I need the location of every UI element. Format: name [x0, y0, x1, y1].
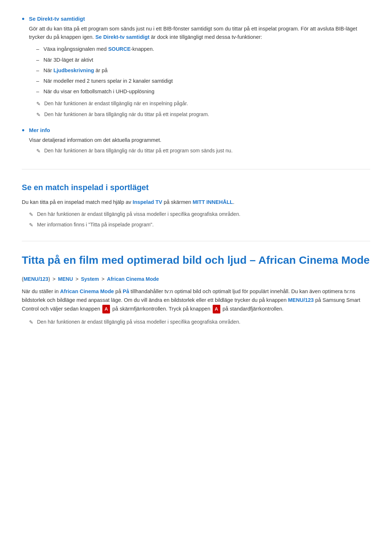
pencil-note-1: ✎ Den här funktionen är endast tillgängl… — [36, 99, 370, 108]
nav-menu123: MENU/123 — [24, 276, 48, 282]
dash-item-5: – När du visar en fotbollsmatch i UHD-up… — [36, 87, 370, 96]
bullet-body-direkt-tv: Gör att du kan titta på ett program som … — [29, 25, 370, 41]
dash-icon-2: – — [36, 56, 39, 64]
dash-text-4: När modeller med 2 tuners spelar in 2 ka… — [44, 77, 173, 85]
pencil-text-1: Den här funktionen är endast tillgänglig… — [44, 99, 188, 107]
nav-african-cinema-mode: African Cinema Mode — [107, 276, 159, 282]
pencil-icon-1: ✎ — [36, 100, 41, 108]
inspelad-tv-bold: Inspelad TV — [132, 199, 162, 205]
nav-breadcrumb: (MENU/123) > MENU > System > African Cin… — [22, 275, 370, 283]
bullet-title-direkt-tv: Se Direkt-tv samtidigt — [29, 16, 85, 22]
direkt-tv-inline-bold: Se Direkt-tv samtidigt — [95, 34, 150, 40]
dash-icon: – — [36, 45, 39, 53]
body-text-2: är dock inte tillgängligt med dessa tv-f… — [150, 34, 262, 40]
dash-item-1: – Växa ingångssignalen med SOURCE-knappe… — [36, 45, 370, 53]
pencil-note-2: ✎ Den här funktionen är bara tillgänglig… — [36, 110, 370, 119]
dash-item-2: – När 3D-läget är aktivt — [36, 56, 370, 64]
source-bold: SOURCE — [108, 46, 131, 52]
pencil-icon-african: ✎ — [29, 318, 33, 326]
pencil-note-sport-1: ✎ Den här funktionen är endast tillgängl… — [29, 210, 370, 218]
section-heading-sport: Se en match inspelad i sportläget — [22, 181, 370, 194]
dash-text-2: När 3D-läget är aktivt — [44, 56, 93, 64]
pencil-icon-sport-1: ✎ — [29, 210, 33, 218]
pencil-text-3: Den här funktionen är bara tillgänglig n… — [44, 147, 233, 155]
section-divider-2 — [22, 241, 370, 241]
dash-list: – Växa ingångssignalen med SOURCE-knappe… — [36, 45, 370, 96]
bullet-content-mer-info: Mer info Visar detaljerad information om… — [29, 126, 370, 157]
dash-item-3: – När Ljudbeskrivning är på — [36, 66, 370, 75]
nav-chevron-2: > — [75, 276, 80, 282]
dash-text-3: När Ljudbeskrivning är på — [44, 66, 108, 75]
bullet-item-mer-info: • Mer info Visar detaljerad information … — [22, 126, 370, 157]
pencil-text-sport-1: Den här funktionen är endast tillgänglig… — [37, 210, 240, 218]
african-cinema-body: När du ställer in African Cinema Mode på… — [22, 287, 370, 313]
bullet-dot-icon: • — [22, 14, 25, 24]
mitt-innehall-bold: MITT INNEHÅLL — [193, 199, 233, 205]
menu123-inline-bold: MENU/123 — [288, 297, 314, 303]
dash-icon-5: – — [36, 87, 39, 96]
pencil-icon-3: ✎ — [36, 147, 41, 155]
nav-paren-close: ) — [48, 276, 50, 282]
dash-item-4: – När modeller med 2 tuners spelar in 2 … — [36, 77, 370, 85]
dash-text-5: När du visar en fotbollsmatch i UHD-uppl… — [44, 87, 154, 96]
pa-bold: På — [123, 288, 129, 294]
dash-text-1: Växa ingångssignalen med SOURCE-knappen. — [44, 45, 154, 53]
pencil-text-sport-2: Mer information finns i "Titta på inspel… — [37, 221, 154, 229]
bullet-content-direkt-tv: Se Direkt-tv samtidigt Gör att du kan ti… — [29, 15, 370, 121]
pencil-icon-sport-2: ✎ — [29, 221, 33, 229]
ljud-bold: Ljudbeskrivning — [53, 67, 94, 73]
bullet-item-direkt-tv: • Se Direkt-tv samtidigt Gör att du kan … — [22, 15, 370, 121]
bullet-body-mer-info: Visar detaljerad information om det aktu… — [29, 136, 370, 144]
badge-a-2: A — [213, 305, 220, 313]
section-divider-1 — [22, 169, 370, 169]
pencil-icon-2: ✎ — [36, 111, 41, 119]
pencil-note-sport-2: ✎ Mer information finns i "Titta på insp… — [29, 221, 370, 229]
pencil-note-3: ✎ Den här funktionen är bara tillgänglig… — [36, 147, 370, 155]
dash-icon-4: – — [36, 77, 39, 85]
african-cinema-inline-bold: African Cinema Mode — [60, 288, 114, 294]
section-sportlaget: Se en match inspelad i sportläget Du kan… — [22, 181, 370, 229]
nav-menu: MENU — [58, 276, 73, 282]
dash-icon-3: – — [36, 66, 39, 75]
bullet-title-mer-info: Mer info — [29, 127, 50, 133]
pencil-note-african: ✎ Den här funktionen är endast tillgängl… — [29, 318, 370, 326]
nav-chevron-1: > — [53, 276, 57, 282]
section-direkt-tv: • Se Direkt-tv samtidigt Gör att du kan … — [22, 15, 370, 157]
section-subtext-sport: Du kan titta på en inspelad match med hj… — [22, 198, 370, 206]
section-african-cinema: Titta på en film med optimerad bild och … — [22, 253, 370, 327]
nav-chevron-3: > — [102, 276, 106, 282]
mer-info-text: Visar detaljerad information om det aktu… — [29, 137, 162, 143]
badge-a-1: A — [102, 305, 110, 313]
pencil-text-2: Den här funktionen är bara tillgänglig n… — [44, 110, 209, 118]
pencil-text-african: Den här funktionen är endast tillgänglig… — [37, 318, 240, 326]
bullet-dot-icon-2: • — [22, 125, 25, 136]
nav-system: System — [81, 276, 99, 282]
big-heading-african: Titta på en film med optimerad bild och … — [22, 253, 370, 267]
